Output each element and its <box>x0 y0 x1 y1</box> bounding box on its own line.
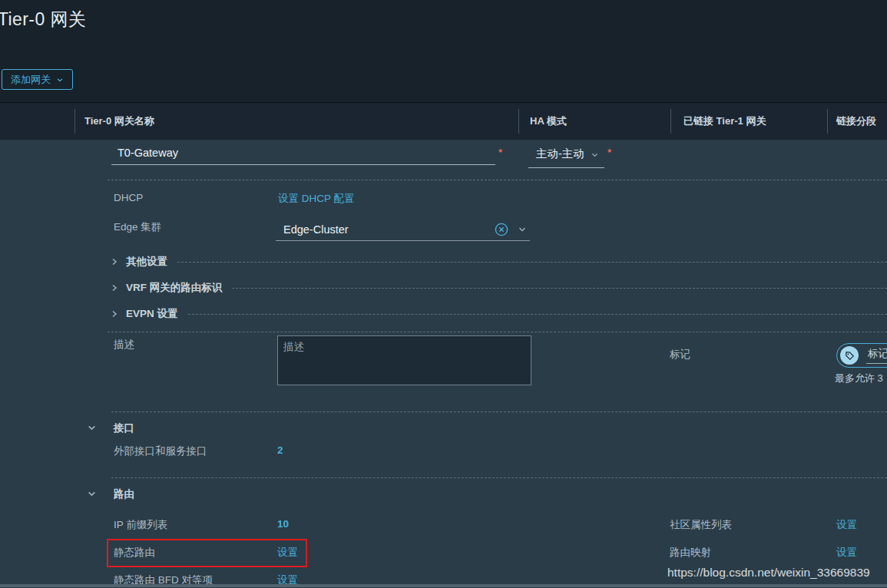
tag-icon <box>840 346 859 365</box>
section-toggle-other-settings[interactable]: 其他设置 <box>110 255 887 269</box>
static-routes-set-link[interactable]: 设置 <box>277 546 298 560</box>
interfaces-section-title: 接口 <box>114 421 134 435</box>
ip-prefix-list-label: IP 前缀列表 <box>114 518 167 532</box>
chevron-right-icon <box>110 283 119 292</box>
section-title-evpn: EVPN 设置 <box>126 307 178 321</box>
route-maps-set-link[interactable]: 设置 <box>836 546 857 560</box>
chevron-down-icon[interactable] <box>518 225 527 234</box>
ha-mode-select[interactable]: 主动-主动 <box>528 147 604 168</box>
edge-cluster-value: Edge-Cluster <box>276 223 495 236</box>
community-lists-label: 社区属性列表 <box>670 518 732 532</box>
dhcp-label: DHCP <box>114 192 143 203</box>
header-divider <box>74 109 75 134</box>
edge-cluster-combobox[interactable]: Edge-Cluster <box>276 218 530 241</box>
chevron-down-icon <box>591 150 599 159</box>
chevron-right-icon <box>110 309 119 319</box>
required-asterisk: * <box>498 147 502 158</box>
routing-section-toggle[interactable] <box>87 489 97 499</box>
page-title: Tier-0 网关 <box>0 8 86 31</box>
section-dash <box>232 288 887 289</box>
tags-hint: 最多允许 3 <box>835 372 883 385</box>
grid-header-row: Tier-0 网关名称 HA 模式 已链接 Tier-1 网关 链接分段 <box>0 102 887 140</box>
section-toggle-evpn[interactable]: EVPN 设置 <box>110 307 887 321</box>
chevron-down-icon <box>56 76 64 84</box>
description-textarea[interactable] <box>277 335 531 385</box>
add-gateway-label: 添加网关 <box>11 73 51 87</box>
interfaces-section-toggle[interactable] <box>87 423 97 433</box>
row-separator <box>108 180 887 180</box>
section-toggle-vrf[interactable]: VRF 网关的路由标识 <box>110 281 887 295</box>
description-label: 描述 <box>114 338 134 352</box>
watermark-text: https://blog.csdn.net/weixin_33669839 <box>667 566 870 580</box>
section-title-other-settings: 其他设置 <box>126 255 167 269</box>
tier0-gateway-page: Tier-0 网关 添加网关 Tier-0 网关名称 HA 模式 已链接 Tie… <box>0 0 887 588</box>
tag-input-pill[interactable]: 标记 <box>836 343 887 368</box>
section-dash <box>188 314 887 315</box>
horizontal-scrollbar[interactable] <box>0 584 887 587</box>
community-lists-set-link[interactable]: 设置 <box>836 518 857 532</box>
ha-mode-value: 主动-主动 <box>528 147 584 161</box>
dhcp-config-link[interactable]: 设置 DHCP 配置 <box>278 192 355 206</box>
gateway-name-input[interactable] <box>111 147 495 165</box>
row-separator <box>108 332 887 332</box>
clear-selection-icon[interactable] <box>495 223 508 236</box>
column-header-linked-tier1: 已链接 Tier-1 网关 <box>683 103 766 140</box>
edge-cluster-label: Edge 集群 <box>114 220 161 234</box>
row-separator <box>111 477 887 478</box>
header-divider <box>670 109 671 134</box>
route-maps-label: 路由映射 <box>670 546 711 560</box>
column-header-name: Tier-0 网关名称 <box>84 103 154 140</box>
page-header: Tier-0 网关 添加网关 <box>0 0 887 102</box>
section-title-vrf: VRF 网关的路由标识 <box>126 281 222 295</box>
section-dash <box>177 262 887 263</box>
add-gateway-button[interactable]: 添加网关 <box>2 69 73 90</box>
external-interfaces-label: 外部接口和服务接口 <box>114 444 207 458</box>
header-divider <box>518 109 519 134</box>
ip-prefix-list-count-link[interactable]: 10 <box>277 518 289 530</box>
column-header-linked-segments: 链接分段 <box>836 103 876 140</box>
external-interfaces-count-link[interactable]: 2 <box>277 444 283 456</box>
header-divider <box>827 109 828 134</box>
required-asterisk: * <box>607 147 611 158</box>
static-routes-label: 静态路由 <box>114 546 155 560</box>
routing-section-title: 路由 <box>114 487 134 501</box>
row-separator <box>111 411 887 412</box>
chevron-right-icon <box>110 257 119 266</box>
column-header-ha-mode: HA 模式 <box>530 103 567 140</box>
tag-input-placeholder: 标记 <box>866 347 887 364</box>
tags-label: 标记 <box>670 348 690 362</box>
